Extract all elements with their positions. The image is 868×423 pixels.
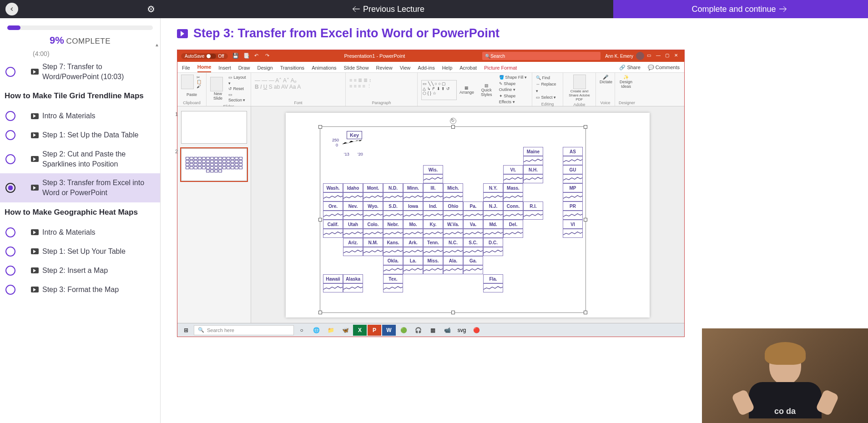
autosave-toggle[interactable]: AutoSave Off xyxy=(181,53,228,59)
arrange-button[interactable]: ▦Arrange xyxy=(459,86,474,95)
app-icon[interactable]: 🟢 xyxy=(397,325,410,336)
record-icon[interactable]: 🔴 xyxy=(469,325,483,336)
quick-styles-button[interactable]: ▨Quick Styles xyxy=(477,83,496,97)
tab-picture-format[interactable]: Picture Format xyxy=(484,65,517,72)
app-icon[interactable]: 🦋 xyxy=(338,325,352,336)
maximize-icon[interactable]: ▢ xyxy=(665,53,671,59)
state-label-cell: Tex. xyxy=(383,274,403,283)
tab-view[interactable]: View xyxy=(400,65,411,72)
cortana-icon[interactable]: ○ xyxy=(295,325,308,336)
chrome-icon[interactable]: 🌐 xyxy=(309,325,323,336)
resize-handle[interactable] xyxy=(318,125,322,129)
tab-acrobat[interactable]: Acrobat xyxy=(459,65,477,72)
state-sparkline-cell xyxy=(323,283,343,292)
redo-icon[interactable]: ↷ xyxy=(265,53,272,59)
state-sparkline-cell xyxy=(323,265,343,274)
state-sparkline-cell xyxy=(423,229,443,238)
undo-icon[interactable]: ↶ xyxy=(254,53,261,59)
lesson-item-heat-intro[interactable]: Intro & Materials xyxy=(0,223,160,242)
slide-canvas[interactable]: Key 250 0 '13 '20 MaineWis.Vt.N.H.Wash.I… xyxy=(251,106,684,327)
back-button[interactable] xyxy=(5,3,18,15)
progress-section: 9% COMPLETE xyxy=(0,18,160,50)
qat-icon[interactable]: 📑 xyxy=(243,53,250,59)
state-label-cell: Ill. xyxy=(423,183,443,192)
close-icon[interactable]: ✕ xyxy=(674,53,681,59)
tab-draw[interactable]: Draw xyxy=(238,65,250,72)
ribbon-group-drawing: ▭ ╲ ╲ ○ ○ ▢△ ↳ ↱ ⬇ ⬆ ↺⬡ { } ☆ ▦Arrange ▨… xyxy=(418,73,532,106)
state-sparkline-cell xyxy=(343,211,363,220)
lesson-item-step2[interactable]: Step 2: Cut and Paste the Sparklines int… xyxy=(0,145,160,173)
ppt-search-box[interactable]: 🔍 Search xyxy=(482,52,601,60)
new-slide-icon[interactable] xyxy=(210,77,223,91)
word-icon[interactable]: W xyxy=(382,325,396,336)
territory-label-cell: MP xyxy=(563,183,583,192)
powerpoint-icon[interactable]: P xyxy=(368,325,381,336)
resize-handle[interactable] xyxy=(451,311,455,314)
tab-home[interactable]: Home xyxy=(197,64,212,72)
settings-gear-icon[interactable]: ⚙ xyxy=(147,4,155,15)
lesson-item-intro[interactable]: Intro & Materials xyxy=(0,106,160,126)
user-account[interactable]: Ann K. Emery ▭ — ▢ ✕ xyxy=(605,52,681,60)
tab-transitions[interactable]: Transitions xyxy=(280,65,304,72)
thumbnail-1[interactable]: 1 xyxy=(181,111,247,144)
ribbon-group-editing: 🔍 Find↔ Replace ▾▭ Select ▾ Editing xyxy=(532,73,563,106)
state-label-cell xyxy=(503,238,523,247)
state-sparkline-cell xyxy=(543,192,563,201)
tab-addins[interactable]: Add-ins xyxy=(418,65,434,72)
thumbnail-2-selected[interactable]: 2 /* mini cells rendered below via JS */ xyxy=(181,148,247,181)
territory-sparkline-cell xyxy=(563,211,583,220)
tab-slideshow[interactable]: Slide Show xyxy=(344,65,369,72)
tab-help[interactable]: Help xyxy=(442,65,453,72)
lesson-item-heat-step3[interactable]: Step 3: Format the Map xyxy=(0,280,160,299)
lesson-item-step1[interactable]: Step 1: Set Up the Data Table xyxy=(0,126,160,145)
app-icon[interactable]: 📹 xyxy=(440,325,454,336)
state-label-cell: Idaho xyxy=(343,183,363,192)
state-sparkline-cell xyxy=(443,283,463,292)
start-button[interactable]: ⊞ xyxy=(179,325,193,336)
resize-handle[interactable] xyxy=(584,125,587,129)
taskbar-search[interactable]: 🔍 Search here xyxy=(194,325,294,335)
previous-lecture-button[interactable]: 🡠 Previous Lecture xyxy=(161,0,613,18)
ppt-body: 1 2 /* mini cells rendered below via JS … xyxy=(177,106,684,327)
minimize-icon[interactable]: — xyxy=(656,53,662,59)
resize-handle[interactable] xyxy=(451,125,455,129)
state-sparkline-cell xyxy=(423,156,443,165)
lesson-item-heat-step1[interactable]: Step 1: Set Up Your Table xyxy=(0,242,160,261)
tab-design[interactable]: Design xyxy=(257,65,273,72)
app-icon[interactable]: svg xyxy=(455,325,469,336)
ribbon-display-icon[interactable]: ▭ xyxy=(647,53,653,59)
tab-review[interactable]: Review xyxy=(376,65,393,72)
resize-handle[interactable] xyxy=(584,311,587,314)
shapes-gallery[interactable]: ▭ ╲ ╲ ○ ○ ▢△ ↳ ↱ ⬇ ⬆ ↺⬡ { } ☆ xyxy=(421,80,457,100)
tab-animations[interactable]: Animations xyxy=(312,65,336,72)
lesson-item-heat-step2[interactable]: Step 2: Insert a Map xyxy=(0,261,160,280)
app-icon[interactable]: 🎧 xyxy=(411,325,425,336)
state-label-cell xyxy=(363,165,383,174)
share-button[interactable]: 🔗 Share xyxy=(619,65,640,72)
explorer-icon[interactable]: 📁 xyxy=(324,325,338,336)
complete-continue-button[interactable]: Complete and continue 🡢 xyxy=(613,0,868,18)
ribbon-group-voice: 🎤Dictate Voice xyxy=(596,73,615,106)
rotate-handle-icon[interactable] xyxy=(450,118,456,124)
state-label-cell xyxy=(463,183,483,192)
state-sparkline-cell xyxy=(423,192,443,201)
pdf-icon[interactable] xyxy=(573,75,586,89)
resize-handle[interactable] xyxy=(318,218,322,222)
app-icon[interactable]: ▦ xyxy=(426,325,439,336)
resize-handle[interactable] xyxy=(318,311,322,314)
state-sparkline-cell xyxy=(463,211,483,220)
resize-handle[interactable] xyxy=(584,218,587,222)
tab-insert[interactable]: Insert xyxy=(218,65,231,72)
excel-icon[interactable]: X xyxy=(353,325,367,336)
state-label-cell xyxy=(443,147,463,156)
state-label-cell xyxy=(543,238,563,247)
course-sidebar[interactable]: 9% COMPLETE (4:00) Step 7: Transfer to W… xyxy=(0,18,161,423)
save-icon[interactable]: 💾 xyxy=(232,53,239,59)
state-label-cell: W.Va. xyxy=(443,220,463,229)
lesson-item-step3-current[interactable]: Step 3: Transfer from Excel into Word or… xyxy=(0,173,160,202)
lesson-item-step7[interactable]: Step 7: Transfer to Word/PowerPoint (10:… xyxy=(0,57,160,86)
comments-button[interactable]: 💬 Comments xyxy=(648,65,680,72)
paste-icon[interactable] xyxy=(181,75,194,89)
state-label-cell: Tenn. xyxy=(423,238,443,247)
tab-file[interactable]: File xyxy=(182,65,190,72)
